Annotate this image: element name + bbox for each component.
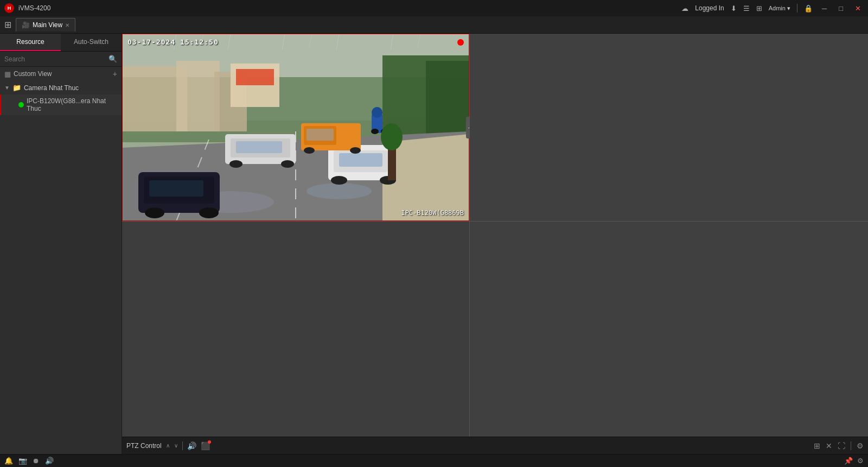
svg-point-38 [371, 129, 379, 134]
close-button[interactable]: ✕ [852, 4, 864, 12]
sidebar-tab-autoswitch[interactable]: Auto-Switch [61, 34, 122, 51]
settings-status-icon[interactable]: ⚙ [857, 457, 864, 465]
camera-group[interactable]: ▼ 📁 Camera Nhat Thuc [0, 81, 122, 94]
sidebar-tabs: Resource Auto-Switch [0, 34, 122, 52]
ptz-label: PTZ Control [126, 442, 162, 450]
status-bar: 🔔 📷 ⏺ 🔊 📌 ⚙ [0, 454, 868, 467]
record-active-dot [208, 440, 211, 444]
app-logo: H [4, 3, 14, 13]
pin-status-icon[interactable]: 📌 [844, 457, 853, 465]
admin-chevron-icon: ▾ [787, 5, 790, 12]
app-grid-icon[interactable]: ⊞ [4, 20, 11, 30]
logged-in-status: Logged In [695, 4, 724, 12]
bottom-bar: PTZ Control ∧ ∨ 🔊 ⬛ ⊞ ✕ ⛶ ⚙ [122, 437, 868, 454]
svg-point-41 [381, 123, 403, 150]
status-bar-left: 🔔 📷 ⏺ 🔊 [4, 457, 54, 465]
svg-point-35 [199, 207, 219, 218]
add-view-button[interactable]: + [113, 70, 117, 78]
record-icon[interactable]: ⬛ [201, 441, 210, 450]
minimize-button[interactable]: ─ [819, 4, 829, 12]
svg-point-15 [307, 183, 372, 199]
video-grid: 03-17-2024 15:12:50 IPC-B120W(G8869B ◂ [122, 34, 868, 437]
layout-grid-icon[interactable]: ⊞ [814, 441, 820, 450]
svg-rect-33 [149, 180, 203, 197]
camera-item[interactable]: IPC-B120W(G88...era Nhat Thuc [0, 94, 122, 115]
custom-view-label: Custom View [14, 70, 52, 78]
volume-icon[interactable]: 🔊 [187, 441, 196, 450]
video-cell-2[interactable] [470, 34, 868, 221]
svg-point-29 [304, 147, 315, 154]
app-title: iVMS-4200 [18, 4, 50, 12]
camera-group-label: Camera Nhat Thuc [24, 84, 79, 92]
search-bar: 🔍 [0, 52, 122, 67]
camera-status-dot [18, 102, 24, 108]
svg-point-25 [281, 160, 294, 168]
collapse-handle[interactable]: ◂ [466, 117, 469, 138]
camera-feed-svg [122, 34, 469, 221]
bottom-right: ⊞ ✕ ⛶ ⚙ [814, 441, 864, 450]
group-folder-icon: 📁 [12, 84, 21, 92]
main-area: Resource Auto-Switch 🔍 ▦ Custom View + [0, 34, 868, 454]
video-cell-1[interactable]: 03-17-2024 15:12:50 IPC-B120W(G8869B ◂ [122, 34, 469, 221]
svg-point-34 [145, 207, 164, 218]
titlebar-right: ☁ Logged In ⬇ ☰ ⊞ Admin ▾ 🔒 ─ □ ✕ [681, 4, 864, 12]
maximize-button[interactable]: □ [836, 4, 846, 12]
status-bar-right: 📌 ⚙ [844, 457, 864, 465]
ptz-chevron-icon[interactable]: ∧ [166, 443, 170, 449]
cam-rec-dot [457, 39, 464, 46]
settings-icon[interactable]: ⚙ [857, 441, 864, 450]
custom-view-row[interactable]: ▦ Custom View + [0, 67, 122, 81]
list-icon[interactable]: ☰ [743, 4, 750, 12]
cam-timestamp: 03-17-2024 15:12:50 [127, 38, 219, 46]
titlebar: H iVMS-4200 ☁ Logged In ⬇ ☰ ⊞ Admin ▾ 🔒 … [0, 0, 868, 16]
svg-point-37 [372, 107, 382, 118]
search-input[interactable] [4, 55, 106, 63]
svg-rect-4 [176, 61, 220, 131]
video-cell-4[interactable] [470, 222, 868, 437]
svg-point-19 [331, 176, 347, 185]
svg-rect-23 [236, 141, 282, 153]
tabbar: ⊞ 🎥 Main View ✕ [0, 16, 868, 34]
admin-label-text: Admin [769, 5, 786, 11]
custom-view-left: ▦ Custom View [4, 70, 52, 78]
grid-icon[interactable]: ⊞ [756, 4, 762, 12]
divider-1 [182, 441, 183, 450]
download-icon[interactable]: ⬇ [731, 4, 737, 12]
alert-status-icon[interactable]: 🔔 [4, 457, 13, 465]
svg-rect-28 [307, 129, 334, 141]
audio-status-icon[interactable]: 🔊 [45, 457, 54, 465]
tab-main-view[interactable]: 🎥 Main View ✕ [16, 18, 75, 31]
search-icon: 🔍 [108, 55, 117, 63]
cloud-icon[interactable]: ☁ [681, 4, 688, 12]
svg-rect-18 [339, 153, 382, 167]
sidebar: Resource Auto-Switch 🔍 ▦ Custom View + [0, 34, 122, 454]
layout-close-icon[interactable]: ✕ [826, 441, 832, 450]
sidebar-tab-resource[interactable]: Resource [0, 34, 61, 51]
bottom-left: PTZ Control ∧ ∨ 🔊 ⬛ [126, 441, 210, 450]
admin-menu[interactable]: Admin ▾ [769, 5, 790, 12]
fullscreen-icon[interactable]: ⛶ [838, 441, 845, 450]
tab-close-icon[interactable]: ✕ [65, 22, 69, 28]
tab-camera-icon: 🎥 [22, 21, 30, 29]
titlebar-left: H iVMS-4200 [4, 3, 50, 13]
ptz-expand-icon[interactable]: ∨ [174, 443, 178, 449]
group-chevron-icon: ▼ [4, 85, 10, 91]
lock-icon[interactable]: 🔒 [804, 4, 813, 12]
svg-point-24 [229, 160, 242, 168]
tree-section: ▦ Custom View + ▼ 📁 Camera Nhat Thuc IPC… [0, 67, 122, 454]
camera-item-label: IPC-B120W(G88...era Nhat Thuc [27, 97, 117, 112]
svg-point-30 [350, 147, 361, 154]
svg-rect-7 [236, 69, 274, 85]
divider-2 [851, 441, 851, 450]
content-area: 03-17-2024 15:12:50 IPC-B120W(G8869B ◂ P… [122, 34, 868, 454]
record-status-icon[interactable]: ⏺ [33, 457, 40, 465]
capture-status-icon[interactable]: 📷 [18, 457, 27, 465]
cam-name-overlay: IPC-B120W(G8869B [401, 209, 464, 217]
custom-view-icon: ▦ [4, 70, 11, 78]
tab-main-view-label: Main View [33, 21, 62, 29]
video-cell-3[interactable] [122, 222, 469, 437]
